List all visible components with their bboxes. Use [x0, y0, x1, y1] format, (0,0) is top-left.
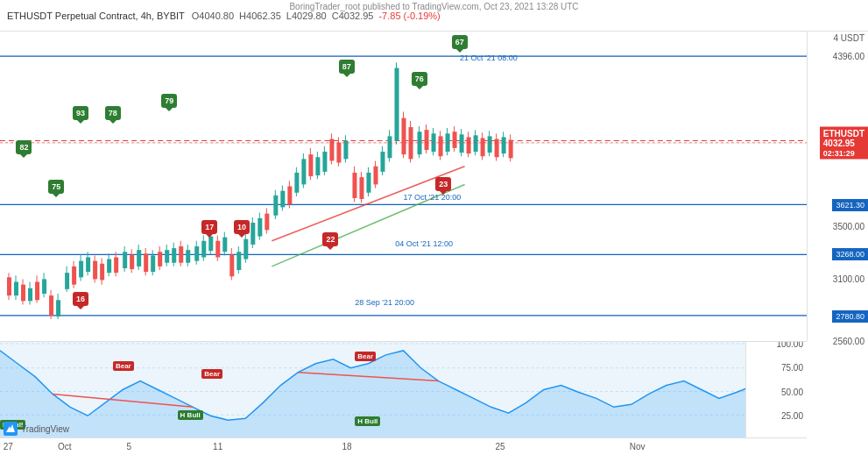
badge-87: 87 — [339, 60, 355, 74]
badge-76: 76 — [412, 72, 427, 86]
time-axis: 27 Oct 5 11 18 25 Nov — [0, 437, 807, 455]
indicator-panel: Bear Bear Bear H Bull H Bull H Bull 100.… — [0, 341, 807, 437]
svg-rect-143 — [474, 135, 478, 152]
badge-82: 82 — [16, 140, 32, 154]
low-label: L4029.80 — [286, 11, 327, 21]
ind-badge-bull-3: H Bull — [355, 416, 380, 426]
date-label-sep28: 28 Sep '21 20:00 — [355, 298, 414, 307]
tradingview-watermark: TradingView — [4, 422, 69, 436]
open-label: O4040.80 — [192, 11, 234, 21]
price-2560: 2560.00 — [833, 337, 864, 346]
change-label: -7.85 (-0.19%) — [378, 11, 440, 21]
ind-price-50: 50.00 — [781, 387, 803, 396]
time-5: 5 — [127, 442, 132, 451]
time-18: 18 — [342, 442, 351, 451]
tv-brand-label: TradingView — [21, 424, 69, 434]
ind-price-75: 75.00 — [781, 363, 803, 373]
price-axis: 4 USDT 4396.00 ETHUSDT4032.9502:31:29 36… — [807, 32, 868, 341]
indicator-svg — [0, 342, 807, 437]
ind-price-100: 100.00 — [776, 341, 803, 349]
badge-16: 16 — [73, 292, 88, 306]
price-3268: 3268.00 — [832, 248, 868, 260]
badge-79: 79 — [161, 94, 177, 108]
ind-badge-bear-2: Bear — [201, 369, 222, 379]
tv-logo — [4, 422, 18, 436]
badge-22: 22 — [322, 232, 338, 246]
published-by-label: BoringTrader_root published to TradingVi… — [0, 2, 868, 11]
main-chart: 21 Oct '21 08:00 17 Oct '21 20:00 04 Oct… — [0, 32, 807, 341]
badge-75: 75 — [48, 180, 64, 194]
time-27: 27 — [4, 442, 13, 451]
date-label-oct21: 21 Oct '21 08:00 — [460, 53, 518, 62]
close-label: C4032.95 — [332, 11, 374, 21]
price-4396: 4396.00 — [833, 52, 864, 61]
time-nov: Nov — [630, 442, 646, 451]
badge-10: 10 — [234, 220, 250, 234]
chart-svg — [0, 32, 807, 341]
price-3500: 3500.00 — [833, 222, 864, 231]
current-price-badge: ETHUSDT4032.9502:31:29 — [820, 127, 868, 160]
high-label: H4062.35 — [239, 11, 281, 21]
ind-badge-bear-3: Bear — [355, 352, 376, 361]
badge-78: 78 — [105, 106, 121, 120]
svg-rect-23 — [42, 279, 46, 294]
price-4usdt: 4 USDT — [833, 33, 864, 43]
price-3100: 3100.00 — [833, 274, 864, 284]
svg-rect-151 — [502, 137, 506, 153]
date-label-oct17: 17 Oct '21 20:00 — [404, 193, 462, 202]
ind-badge-bull-2: H Bull — [178, 410, 203, 420]
svg-rect-0 — [0, 32, 807, 341]
badge-17: 17 — [201, 220, 217, 234]
svg-rect-41 — [107, 259, 111, 274]
ohlc-group: O4040.80 H4062.35 L4029.80 C4032.95 -7.8… — [192, 11, 441, 21]
badge-93: 93 — [73, 106, 88, 120]
indicator-price-axis: 100.00 75.00 50.00 25.00 — [745, 342, 807, 437]
date-label-oct04: 04 Oct '21 12:00 — [395, 239, 453, 248]
symbol-label: ETHUSDT Perpetual Contract, 4h, BYBIT — [7, 11, 185, 21]
time-25: 25 — [495, 442, 505, 451]
badge-23: 23 — [435, 177, 451, 191]
time-11: 11 — [213, 442, 222, 451]
price-2780: 2780.80 — [832, 310, 868, 323]
svg-rect-85 — [265, 214, 269, 231]
time-oct: Oct — [58, 442, 72, 451]
svg-rect-13 — [7, 277, 11, 295]
badge-67: 67 — [452, 35, 468, 49]
price-3621: 3621.30 — [832, 199, 868, 211]
ind-price-25: 25.00 — [781, 410, 803, 420]
ind-badge-bear-1: Bear — [113, 361, 134, 371]
